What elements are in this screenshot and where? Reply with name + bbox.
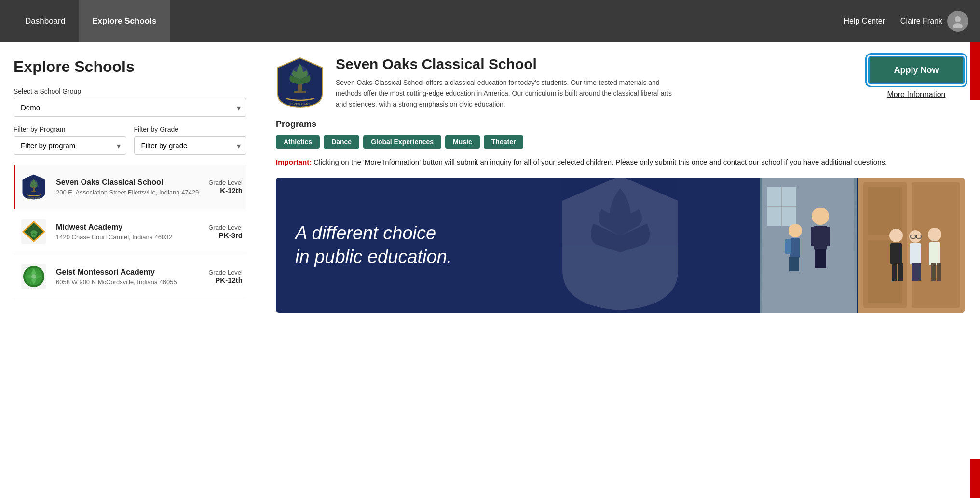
svg-text:SEVEN OAKS: SEVEN OAKS <box>28 197 40 199</box>
school-item-geist[interactable]: Geist Montessori Academy 6058 W 900 N Mc… <box>14 254 246 299</box>
page-container: Explore Schools Select a School Group De… <box>0 42 980 498</box>
program-tag-music: Music <box>445 135 480 149</box>
page-title: Explore Schools <box>14 58 246 76</box>
school-grade-geist: Grade Level PK-12th <box>199 269 243 284</box>
svg-rect-27 <box>820 249 826 268</box>
school-address-midwest: 1420 Chase Court Carmel, Indiana 46032 <box>56 234 199 241</box>
main-content: SEVEN OAKS Seven Oaks Classical School S… <box>260 42 980 498</box>
svg-rect-3 <box>33 187 35 191</box>
program-filter-wrapper: Filter by program <box>14 136 126 155</box>
school-logo-midwest <box>19 217 48 246</box>
school-detail-desc: Seven Oaks Classical School offers a cla… <box>336 77 673 110</box>
school-detail-logo: SEVEN OAKS <box>276 56 324 109</box>
svg-rect-47 <box>912 263 916 281</box>
nav-right: Help Center Claire Frank <box>844 11 968 32</box>
program-filter-select[interactable]: Filter by program <box>14 136 126 155</box>
svg-rect-25 <box>824 227 830 246</box>
red-accent-top <box>970 42 980 100</box>
svg-rect-36 <box>868 187 902 235</box>
banner-images <box>760 178 965 313</box>
more-info-link[interactable]: More Information <box>887 90 946 99</box>
nav-items-left: Dashboard Explore Schools <box>12 0 170 42</box>
school-info-geist: Geist Montessori Academy 6058 W 900 N Mc… <box>56 268 199 286</box>
important-notice: Important: Clicking on the 'More Informa… <box>276 156 965 168</box>
school-address-geist: 6058 W 900 N McCordsville, Indiana 46055 <box>56 278 199 286</box>
school-detail-header: SEVEN OAKS Seven Oaks Classical School S… <box>276 56 965 110</box>
programs-title: Programs <box>276 119 965 129</box>
school-logo-geist <box>19 262 48 291</box>
school-address-seven-oaks: 200 E. Association Street Ellettsville, … <box>56 189 199 196</box>
svg-rect-50 <box>929 242 940 265</box>
svg-rect-29 <box>790 238 800 258</box>
svg-point-22 <box>812 208 829 225</box>
nav-explore-schools-label: Explore Schools <box>92 16 156 26</box>
help-center-link[interactable]: Help Center <box>844 17 885 26</box>
svg-point-13 <box>31 274 36 279</box>
filter-row: Filter by Program Filter by program Filt… <box>14 125 246 155</box>
school-detail-info: Seven Oaks Classical School Seven Oaks C… <box>336 56 857 110</box>
banner-text: A different choice in public education. <box>276 221 760 269</box>
svg-point-49 <box>928 228 941 241</box>
grade-filter-label: Filter by Grade <box>134 125 247 133</box>
user-menu[interactable]: Claire Frank <box>900 11 968 32</box>
svg-rect-15 <box>298 84 302 91</box>
svg-rect-41 <box>898 263 903 281</box>
navbar: Dashboard Explore Schools Help Center Cl… <box>0 0 980 42</box>
svg-rect-40 <box>892 263 897 281</box>
school-item-seven-oaks[interactable]: SEVEN OAKS Seven Oaks Classical School 2… <box>14 165 246 209</box>
svg-rect-46 <box>910 243 921 264</box>
banner-image-2 <box>858 178 965 313</box>
svg-rect-31 <box>789 257 794 271</box>
group-filter-section: Select a School Group Demo <box>14 87 246 117</box>
svg-rect-30 <box>785 239 791 254</box>
svg-text:SEVEN OAKS: SEVEN OAKS <box>289 102 310 106</box>
svg-rect-39 <box>890 243 902 264</box>
group-filter-label: Select a School Group <box>14 87 246 95</box>
program-filter-col: Filter by Program Filter by program <box>14 125 126 155</box>
program-tag-global: Global Experiences <box>363 135 441 149</box>
nav-dashboard[interactable]: Dashboard <box>12 0 79 42</box>
program-tag-dance: Dance <box>324 135 359 149</box>
group-filter-wrapper: Demo <box>14 98 246 117</box>
school-name-seven-oaks: Seven Oaks Classical School <box>56 178 199 187</box>
banner-line2: in public education. <box>295 245 741 269</box>
program-tag-theater: Theater <box>484 135 524 149</box>
svg-point-28 <box>789 224 802 237</box>
sidebar: Explore Schools Select a School Group De… <box>0 42 260 498</box>
school-grade-midwest: Grade Level PK-3rd <box>199 224 243 239</box>
school-info-seven-oaks: Seven Oaks Classical School 200 E. Assoc… <box>56 178 199 196</box>
svg-rect-32 <box>794 257 799 271</box>
nav-dashboard-label: Dashboard <box>25 16 65 26</box>
user-name: Claire Frank <box>900 17 942 26</box>
svg-rect-26 <box>815 249 820 268</box>
programs-section: Programs Athletics Dance Global Experien… <box>276 119 965 149</box>
banner-image-1 <box>760 178 857 313</box>
school-detail-name: Seven Oaks Classical School <box>336 56 857 72</box>
svg-point-1 <box>953 23 963 28</box>
avatar <box>947 11 968 32</box>
program-filter-label: Filter by Program <box>14 125 126 133</box>
svg-rect-51 <box>931 263 936 281</box>
school-banner: A different choice in public education. <box>276 178 965 313</box>
nav-explore-schools[interactable]: Explore Schools <box>79 0 170 42</box>
group-filter-select[interactable]: Demo <box>14 98 246 117</box>
school-item-midwest[interactable]: Midwest Academy 1420 Chase Court Carmel,… <box>14 209 246 254</box>
red-accent-bottom <box>970 459 980 498</box>
school-grade-seven-oaks: Grade Level K-12th <box>199 179 243 194</box>
svg-rect-16 <box>294 91 306 93</box>
grade-filter-col: Filter by Grade Filter by grade <box>134 125 247 155</box>
important-text: Clicking on the 'More Information' butto… <box>313 158 887 166</box>
school-logo-seven-oaks: SEVEN OAKS <box>19 172 48 201</box>
program-tags: Athletics Dance Global Experiences Music… <box>276 135 965 149</box>
school-list: SEVEN OAKS Seven Oaks Classical School 2… <box>14 165 246 299</box>
school-name-midwest: Midwest Academy <box>56 223 199 232</box>
svg-rect-48 <box>916 263 921 281</box>
grade-filter-wrapper: Filter by grade <box>134 136 247 155</box>
svg-rect-52 <box>937 263 941 281</box>
school-name-geist: Geist Montessori Academy <box>56 268 199 277</box>
important-label: Important: <box>276 158 312 166</box>
grade-filter-select[interactable]: Filter by grade <box>134 136 247 155</box>
svg-rect-4 <box>31 191 36 192</box>
svg-rect-24 <box>811 227 817 246</box>
apply-now-button[interactable]: Apply Now <box>868 56 965 84</box>
